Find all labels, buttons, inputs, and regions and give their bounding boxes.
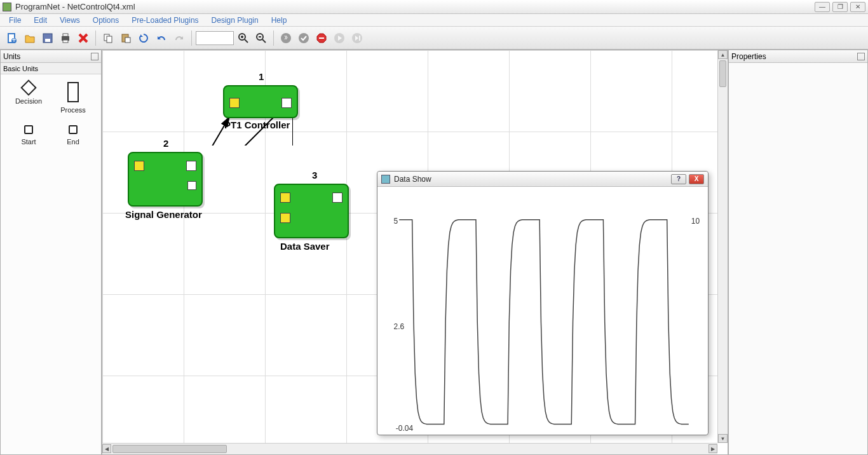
window-buttons: — ❐ ✕	[815, 2, 865, 12]
data-show-icon	[381, 175, 390, 184]
node-label: Data Saver	[280, 241, 330, 252]
node-pt1-controller[interactable]: 1 PT1 Controller	[223, 85, 298, 118]
horizontal-scrollbar[interactable]: ◀ ▶	[102, 443, 717, 454]
x-tick-right: 10	[691, 217, 700, 226]
open-folder-icon[interactable]	[22, 30, 38, 46]
app-icon	[3, 3, 11, 11]
node-port[interactable]	[280, 213, 290, 223]
data-show-window[interactable]: Data Show ? X 5 2.6 -0.04 10	[377, 171, 709, 435]
scrollbar-thumb[interactable]	[112, 445, 227, 453]
properties-panel: Properties	[728, 50, 868, 455]
properties-panel-title: Properties	[731, 52, 766, 61]
scrollbar-thumb[interactable]	[719, 60, 726, 87]
square-icon	[69, 125, 78, 134]
node-port[interactable]	[332, 193, 342, 203]
run-icon[interactable]	[278, 30, 294, 46]
palette: Decision Process Start End	[1, 74, 101, 153]
node-number: 2	[163, 138, 168, 149]
canvas[interactable]: 1 PT1 Controller 2 Signal Generator 3	[102, 50, 728, 455]
redo-icon[interactable]	[171, 30, 187, 46]
node-port[interactable]	[186, 161, 196, 171]
svg-rect-7	[63, 40, 68, 43]
zoom-in-icon[interactable]	[235, 30, 252, 46]
zoom-input[interactable]	[196, 31, 234, 45]
node-label: PT1 Controller	[224, 119, 290, 130]
node-port[interactable]	[281, 98, 292, 108]
node-port[interactable]	[280, 193, 290, 203]
toolbar-separator	[191, 31, 192, 46]
data-show-help-button[interactable]: ?	[671, 174, 686, 184]
node-data-saver[interactable]: 3 Data Saver	[274, 184, 349, 238]
svg-point-19	[281, 33, 291, 43]
node-number: 1	[259, 71, 264, 82]
stop-icon[interactable]	[313, 30, 330, 46]
menu-preloaded[interactable]: Pre-Loaded Plugins	[125, 15, 205, 26]
svg-rect-27	[359, 36, 360, 41]
basic-units-header[interactable]: Basic Units	[1, 63, 101, 74]
plot-svg: 5 2.6 -0.04 10	[377, 187, 708, 435]
minimize-button[interactable]: —	[815, 2, 830, 12]
units-panel-title: Units	[3, 52, 20, 61]
menu-edit[interactable]: Edit	[27, 15, 53, 26]
units-panel-header: Units	[1, 50, 101, 63]
svg-line-17	[262, 39, 266, 43]
scroll-down-icon[interactable]: ▼	[718, 434, 728, 443]
window-title: ProgramNet - NetControlQt4.xml	[15, 2, 815, 11]
data-show-close-button[interactable]: X	[689, 174, 704, 184]
palette-process[interactable]: Process	[53, 82, 93, 114]
palette-label: Process	[60, 106, 86, 114]
main-layout: Units Basic Units Decision Process Start…	[0, 50, 868, 455]
node-signal-generator[interactable]: 2 Signal Generator	[128, 152, 203, 207]
data-show-titlebar[interactable]: Data Show ? X	[377, 172, 708, 187]
palette-label: Decision	[15, 97, 42, 105]
node-port[interactable]	[134, 161, 144, 171]
copy-icon[interactable]	[100, 30, 116, 46]
print-icon[interactable]	[57, 30, 74, 46]
svg-rect-6	[63, 34, 68, 36]
refresh-icon[interactable]	[135, 30, 152, 46]
maximize-button[interactable]: ❐	[832, 2, 848, 12]
vertical-scrollbar[interactable]: ▲ ▼	[717, 50, 728, 443]
palette-end[interactable]: End	[53, 125, 93, 146]
pin-icon[interactable]	[857, 53, 865, 60]
data-show-title: Data Show	[394, 175, 668, 184]
menu-help[interactable]: Help	[265, 15, 294, 26]
paste-icon[interactable]	[118, 30, 134, 46]
menu-design[interactable]: Design Plugin	[205, 15, 265, 26]
properties-panel-header: Properties	[729, 50, 867, 63]
toolbar-separator	[95, 31, 96, 46]
new-file-icon[interactable]: +	[4, 30, 20, 46]
scroll-right-icon[interactable]: ▶	[709, 444, 717, 453]
menu-options[interactable]: Options	[86, 15, 125, 26]
check-icon[interactable]	[295, 30, 312, 46]
square-icon	[24, 125, 33, 134]
node-port[interactable]	[229, 98, 240, 108]
y-tick-bot: -0.04	[396, 424, 414, 433]
close-button[interactable]: ✕	[850, 2, 865, 12]
titlebar: ProgramNet - NetControlQt4.xml — ❐ ✕	[0, 0, 868, 14]
units-panel: Units Basic Units Decision Process Start…	[0, 50, 102, 455]
svg-rect-11	[125, 37, 130, 43]
step-icon[interactable]	[349, 30, 365, 46]
pin-icon[interactable]	[91, 53, 98, 60]
delete-icon[interactable]	[75, 30, 92, 46]
save-icon[interactable]	[39, 30, 56, 46]
svg-line-13	[245, 39, 248, 43]
undo-icon[interactable]	[153, 30, 170, 46]
scroll-up-icon[interactable]: ▲	[718, 50, 728, 59]
toolbar: +	[0, 27, 868, 50]
palette-start[interactable]: Start	[8, 125, 49, 146]
rectangle-icon	[67, 82, 79, 102]
zoom-out-icon[interactable]	[253, 30, 269, 46]
menu-views[interactable]: Views	[53, 15, 86, 26]
svg-text:+: +	[11, 36, 16, 44]
node-label: Signal Generator	[125, 209, 202, 220]
y-tick-mid: 2.6	[394, 322, 405, 331]
menu-file[interactable]: File	[3, 15, 27, 26]
scroll-left-icon[interactable]: ◀	[102, 444, 111, 453]
palette-label: End	[67, 138, 79, 146]
play-icon[interactable]	[331, 30, 348, 46]
svg-rect-22	[319, 37, 324, 39]
palette-decision[interactable]: Decision	[8, 82, 49, 114]
node-port[interactable]	[187, 181, 196, 190]
